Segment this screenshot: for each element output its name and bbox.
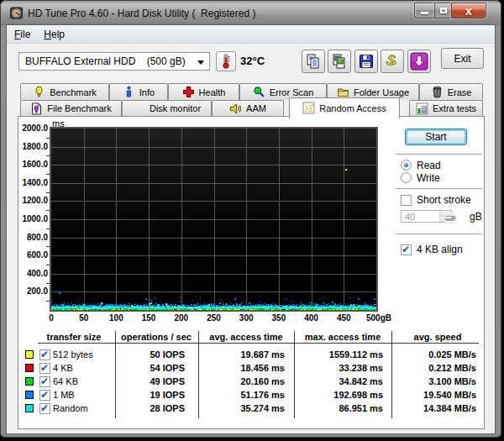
write-radio[interactable]	[401, 172, 412, 183]
extra-chart-icon	[416, 102, 428, 115]
align-label: 4 KB align	[417, 244, 463, 255]
tab-info[interactable]: Info	[109, 83, 168, 100]
copy-text-button[interactable]	[302, 50, 325, 73]
menu-help[interactable]: Help	[38, 26, 71, 43]
transfer-size-label: Random	[53, 403, 88, 413]
menu-file[interactable]: File	[8, 26, 36, 43]
row-checkbox[interactable]	[39, 403, 50, 414]
scatter-icon	[302, 102, 315, 114]
app-icon	[10, 7, 23, 19]
table-cell: 192.698 ms	[282, 390, 383, 400]
file-bulb-icon	[30, 102, 43, 115]
x-tick-label: 50	[76, 313, 92, 323]
exit-label: Exit	[454, 53, 470, 65]
tab-label: Random Access	[319, 103, 386, 113]
save-button[interactable]	[354, 50, 378, 73]
row-checkbox[interactable]	[39, 376, 50, 387]
transfer-size-label: 64 KB	[53, 376, 78, 386]
y-tick-label: 200.0	[11, 286, 48, 296]
table-cell: 20.160 ms	[184, 376, 285, 386]
y-tick-label: 400.0	[11, 269, 48, 278]
tab-file-benchmark[interactable]: File Benchmark	[20, 100, 122, 116]
transfer-size-label: 1 MB	[53, 390, 75, 400]
start-label: Start	[425, 131, 446, 143]
drive-select-dropdown[interactable]: BUFFALO External HDD (500 gB)	[18, 52, 210, 71]
table-cell: 49 IOPS	[84, 376, 185, 386]
start-button[interactable]: Start	[405, 129, 467, 145]
table-header: transfer size	[28, 332, 120, 342]
read-radio[interactable]	[401, 160, 412, 171]
table-cell: 86.951 ms	[282, 403, 383, 413]
tab-label: Disk monitor	[150, 103, 201, 113]
x-tick-label: 250	[206, 313, 223, 323]
row-checkbox[interactable]	[39, 349, 50, 360]
tab-label: Info	[139, 87, 155, 97]
table-cell: 19.540 MB/s	[375, 390, 476, 400]
row-checkbox[interactable]	[39, 363, 50, 374]
window-title: HD Tune Pro 4.60 - Hard Disk Utility ( R…	[28, 8, 255, 19]
separator	[396, 188, 482, 189]
download-button[interactable]	[407, 50, 431, 73]
tab-benchmark[interactable]: Benchmark	[20, 83, 109, 100]
y-tick-label: 1000.0	[11, 214, 48, 223]
table-cell: 19.687 ms	[184, 349, 285, 360]
thermometer-icon	[217, 52, 235, 71]
copy-image-icon	[331, 53, 348, 70]
x-tick-label: 200	[173, 313, 190, 323]
tab-health[interactable]: Health	[168, 83, 239, 100]
tab-label: Health	[199, 87, 226, 97]
tab-label: File Benchmark	[47, 103, 111, 113]
row-checkbox[interactable]	[39, 390, 50, 401]
write-label: Write	[417, 172, 440, 184]
close-button[interactable]: x	[451, 3, 486, 18]
close-icon: x	[465, 5, 472, 17]
align-checkbox[interactable]	[401, 244, 412, 255]
transfer-size-label: 4 KB	[53, 363, 73, 373]
tab-label: AAM	[246, 103, 266, 113]
table-cell: 19 IOPS	[84, 390, 185, 400]
short-stroke-checkbox[interactable]	[401, 195, 412, 206]
tab-aam[interactable]: AAM	[212, 100, 284, 116]
maximize-button[interactable]	[434, 3, 451, 18]
table-cell: 33.238 ms	[282, 363, 383, 373]
capture-button[interactable]	[381, 50, 404, 73]
tab-random-access[interactable]: Random Access	[289, 97, 400, 118]
series-color-swatch	[25, 377, 34, 386]
chart-plot-area	[50, 127, 378, 312]
table-header: max. access time	[297, 332, 389, 342]
bulb-icon	[33, 86, 45, 98]
separator	[396, 154, 482, 155]
exit-button[interactable]: Exit	[441, 48, 484, 69]
minimize-button[interactable]	[414, 3, 434, 18]
x-tick-label: 400	[303, 313, 320, 323]
maximize-icon	[440, 8, 447, 13]
table-cell: 0.025 MB/s	[375, 349, 476, 360]
minimize-icon	[421, 12, 428, 14]
series-color-swatch	[25, 391, 34, 399]
copy-text-icon	[305, 53, 322, 70]
header-underline	[38, 343, 479, 344]
table-cell: 50 IOPS	[84, 349, 185, 360]
download-arrow-icon	[410, 52, 428, 71]
x-tick-label: 150	[140, 313, 157, 323]
separator	[396, 234, 482, 234]
menu-bar: FileHelp	[7, 25, 495, 44]
speaker-icon	[229, 102, 242, 115]
x-tick-label: 450	[335, 313, 352, 323]
tab-erase[interactable]: Erase	[419, 83, 483, 100]
tab-label: Error Scan	[270, 87, 314, 97]
table-cell: 51.176 ms	[184, 390, 285, 400]
copy-image-button[interactable]	[328, 50, 351, 73]
x-tick-label: 0	[43, 313, 60, 323]
y-tick-label: 1200.0	[11, 196, 48, 205]
temperature-button[interactable]	[216, 51, 236, 71]
tab-disk-monitor[interactable]: Disk monitor	[122, 100, 212, 116]
tab-extra-tests[interactable]: Extra tests	[409, 100, 483, 116]
series-color-swatch	[25, 350, 34, 359]
info-icon	[123, 86, 135, 98]
y-tick-label: 1600.0	[11, 160, 48, 169]
table-cell: 18.456 ms	[184, 363, 285, 373]
stroke-size-spinner[interactable]: 40	[401, 210, 452, 223]
title-bar: HD Tune Pro 4.60 - Hard Disk Utility ( R…	[1, 1, 501, 25]
spinner-down-button[interactable]	[439, 217, 451, 223]
